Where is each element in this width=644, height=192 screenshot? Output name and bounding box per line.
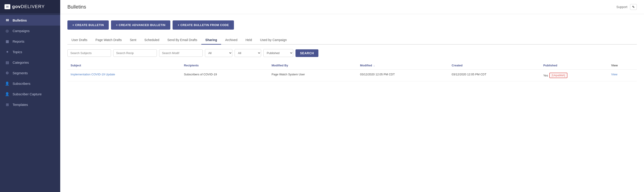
search-subjects-input[interactable] (68, 49, 111, 57)
topbar: Bulletins Support ✎ (60, 0, 644, 14)
sidebar-item-label: Templates (12, 103, 28, 107)
edit-button[interactable]: ✎ (630, 4, 637, 10)
reports-icon: ▦ (5, 39, 10, 43)
published-yes-label: Yes (543, 74, 548, 77)
support-label: Support (616, 5, 627, 9)
sidebar: ✉ govDELIVERY ✉ Bulletins ◎ Campaigns ▦ … (0, 0, 60, 192)
sidebar-item-campaigns[interactable]: ◎ Campaigns (0, 25, 60, 36)
subject-link[interactable]: Implementation COVID-19 Update (70, 73, 115, 76)
recipients-cell: Subscribers of COVID-19 (181, 69, 268, 81)
sidebar-item-label: Campaigns (12, 29, 30, 33)
sidebar-item-subscriber-capture[interactable]: 👤 Subscriber Capture (0, 89, 60, 99)
create-bulletin-button[interactable]: + CREATE BULLETIN (68, 20, 109, 30)
unpublish-button[interactable]: [Unpublish] (550, 73, 568, 78)
subscribers-icon: 👤 (5, 81, 10, 86)
col-modified-by[interactable]: Modified By (268, 61, 357, 69)
main-content: Bulletins Support ✎ + CREATE BULLETIN + … (60, 0, 644, 192)
sidebar-nav: ✉ Bulletins ◎ Campaigns ▦ Reports ✶ Topi… (0, 13, 60, 192)
sidebar-item-label: Bulletins (12, 18, 27, 22)
categories-icon: ▤ (5, 60, 10, 65)
sidebar-item-segments[interactable]: ⚙ Segments (0, 68, 60, 78)
tab-sent[interactable]: Sent (126, 36, 140, 45)
sidebar-item-subscribers[interactable]: 👤 Subscribers (0, 78, 60, 89)
content-area: + CREATE BULLETIN + CREATE ADVANCED BULL… (60, 14, 644, 192)
bulletins-table: Subject Recipients Modified By Modified … (68, 61, 637, 81)
topics-icon: ✶ (5, 50, 10, 54)
filter-row: All Draft Sent Scheduled All Standard Ad… (68, 49, 637, 57)
view-cell: View (608, 69, 637, 81)
tab-archived[interactable]: Archived (221, 36, 241, 45)
logo-icon: ✉ (4, 4, 10, 9)
col-recipients[interactable]: Recipients (181, 61, 268, 69)
tab-send-by-email-drafts[interactable]: Send By Email Drafts (163, 36, 201, 45)
view-link[interactable]: View (611, 73, 618, 76)
campaigns-icon: ◎ (5, 29, 10, 33)
templates-icon: ⊞ (5, 103, 10, 107)
logo-text: govDELIVERY (12, 4, 45, 9)
tab-page-watch-drafts[interactable]: Page Watch Drafts (92, 36, 126, 45)
published-cell: Yes [Unpublish] (540, 69, 608, 81)
col-created[interactable]: Created (448, 61, 540, 69)
created-cell: 03/12/2020 12:05 PM CDT (448, 69, 540, 81)
sidebar-item-label: Segments (12, 71, 28, 75)
table-row: Implementation COVID-19 Update Subscribe… (68, 69, 637, 81)
modified-by-cell: Page Watch System User (268, 69, 357, 81)
tab-used-by-campaign[interactable]: Used by Campaign (256, 36, 291, 45)
published-select[interactable]: Published Unpublished All (263, 49, 293, 57)
subscriber-capture-icon: 👤 (5, 92, 10, 96)
search-button[interactable]: SEARCH (296, 49, 318, 57)
status-select[interactable]: All Draft Sent Scheduled (205, 49, 232, 57)
action-buttons: + CREATE BULLETIN + CREATE ADVANCED BULL… (68, 20, 637, 30)
subject-cell: Implementation COVID-19 Update (68, 69, 181, 81)
type-select[interactable]: All Standard Advanced (234, 49, 261, 57)
segments-icon: ⚙ (5, 71, 10, 75)
tab-sharing[interactable]: Sharing (201, 36, 221, 45)
sidebar-item-categories[interactable]: ▤ Categories (0, 57, 60, 68)
logo-area: ✉ govDELIVERY (0, 0, 60, 13)
sidebar-item-templates[interactable]: ⊞ Templates (0, 99, 60, 110)
modified-cell: 03/12/2020 12:05 PM CDT (357, 69, 448, 81)
sidebar-item-label: Categories (12, 61, 29, 64)
sidebar-item-label: Subscriber Capture (12, 92, 42, 96)
tab-held[interactable]: Held (241, 36, 256, 45)
sort-arrow-icon: ↓ (374, 64, 375, 67)
create-advanced-bulletin-button[interactable]: + CREATE ADVANCED BULLETIN (111, 20, 170, 30)
topbar-right: Support ✎ (616, 4, 637, 10)
sidebar-item-label: Topics (12, 50, 22, 54)
search-modified-input[interactable] (159, 49, 203, 57)
col-published[interactable]: Published (540, 61, 608, 69)
sidebar-item-reports[interactable]: ▦ Reports (0, 36, 60, 47)
col-view: View (608, 61, 637, 69)
sidebar-item-label: Subscribers (12, 82, 30, 85)
sidebar-item-topics[interactable]: ✶ Topics (0, 47, 60, 57)
sidebar-item-bulletins[interactable]: ✉ Bulletins (0, 15, 60, 25)
tab-scheduled[interactable]: Scheduled (140, 36, 163, 45)
col-subject[interactable]: Subject (68, 61, 181, 69)
page-title: Bulletins (68, 4, 86, 10)
search-recipients-input[interactable] (113, 49, 157, 57)
tabs-bar: User Drafts Page Watch Drafts Sent Sched… (68, 36, 637, 45)
table-header-row: Subject Recipients Modified By Modified … (68, 61, 637, 69)
sidebar-item-label: Reports (12, 39, 24, 43)
tab-user-drafts[interactable]: User Drafts (68, 36, 92, 45)
col-modified[interactable]: Modified ↓ (357, 61, 448, 69)
create-bulletin-from-code-button[interactable]: + CREATE BULLETIN FROM CODE (172, 20, 234, 30)
bulletins-icon: ✉ (5, 18, 10, 22)
